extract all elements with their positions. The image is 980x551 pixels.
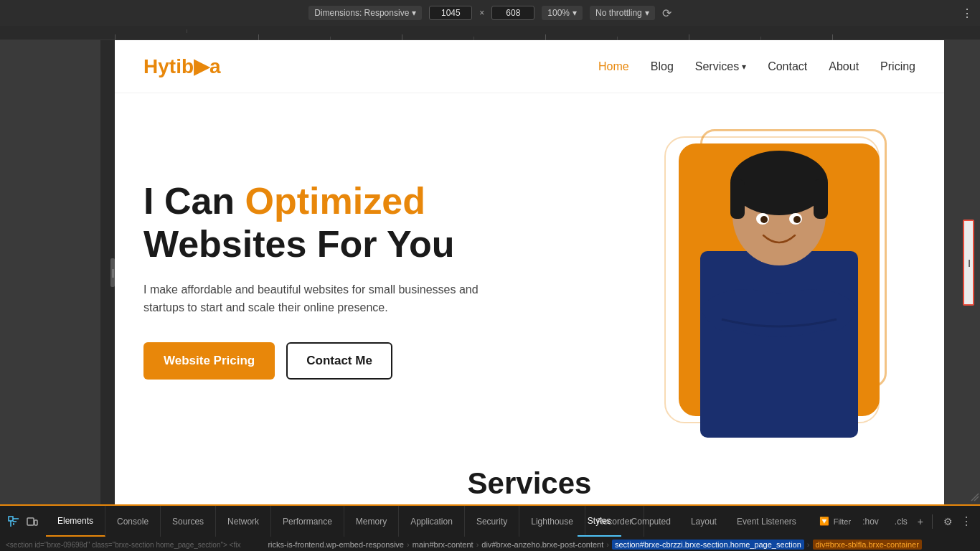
breadcrumb-sep-1: › xyxy=(407,540,410,549)
hero-buttons: Website Pricing Contact Me xyxy=(143,342,502,380)
devtools-more-icon[interactable]: ⋮ xyxy=(960,515,973,528)
hero-title-part2: Websites For You xyxy=(143,223,454,265)
dom-breadcrumb-bar: <section id="brxe-09698d" class="brxe-se… xyxy=(0,537,980,551)
breadcrumb-root[interactable]: ricks-is-frontend.wp-embed-responsive xyxy=(268,540,404,549)
breadcrumb-sep-4: › xyxy=(807,540,810,549)
zoom-arrow: ▾ xyxy=(573,8,577,18)
throttling-label: No throttling xyxy=(595,8,642,18)
devtools-right-tab-event-listeners[interactable]: Event Listeners xyxy=(727,506,806,537)
hov-indicator[interactable]: :hov xyxy=(857,517,885,527)
scrollbar-thumb: || xyxy=(968,259,969,267)
element-picker-icon[interactable] xyxy=(7,515,20,528)
devtools-tab-performance[interactable]: Performance xyxy=(271,506,344,537)
cls-indicator[interactable]: .cls xyxy=(890,517,912,527)
services-heading: Services xyxy=(129,466,930,501)
cache-icon[interactable]: ⟳ xyxy=(662,6,672,20)
throttling-arrow: ▾ xyxy=(645,8,649,18)
nav-links: Home Blog Services ▾ Contact About xyxy=(598,60,915,73)
breadcrumb-main[interactable]: main#brx-content xyxy=(413,540,473,549)
devtools-tab-memory[interactable]: Memory xyxy=(344,506,399,537)
height-input[interactable]: 608 xyxy=(491,6,534,20)
hero-person-image xyxy=(672,129,887,438)
nav-link-services[interactable]: Services xyxy=(695,60,739,73)
svg-rect-5 xyxy=(730,179,745,219)
hero-image-area xyxy=(643,122,915,438)
breadcrumb-div-sblfla[interactable]: div#brxe-sblfla.brxe-container xyxy=(813,540,922,550)
services-dropdown-arrow[interactable]: ▾ xyxy=(742,62,746,72)
throttling-control[interactable]: No throttling ▾ xyxy=(590,6,655,20)
hero-title-part1: I Can xyxy=(143,180,245,222)
svg-point-10 xyxy=(793,216,801,223)
drag-handle-dots: || xyxy=(111,268,114,278)
hero-title: I Can Optimized Websites For You xyxy=(143,180,502,266)
more-menu-icon[interactable]: ⋮ xyxy=(961,6,973,20)
devtools-tab-sources[interactable]: Sources xyxy=(161,506,216,537)
site-navigation: Hytib▶a Home Blog Services ▾ Contact xyxy=(115,40,944,93)
devtools-tab-console[interactable]: Console xyxy=(105,506,161,537)
devtools-right-tab-computed[interactable]: Computed xyxy=(621,506,681,537)
hero-text-block: I Can Optimized Websites For You I make … xyxy=(143,180,502,380)
devtools-tab-application[interactable]: Application xyxy=(399,506,465,537)
left-gutter: || xyxy=(0,40,115,504)
nav-item-contact[interactable]: Contact xyxy=(768,60,807,73)
nav-item-services[interactable]: Services ▾ xyxy=(695,60,746,73)
nav-link-home[interactable]: Home xyxy=(598,60,629,72)
add-style-icon[interactable]: + xyxy=(918,516,923,527)
devtools-right-tab-styles[interactable]: Styles xyxy=(578,506,621,537)
devtools-tab-network[interactable]: Network xyxy=(216,506,271,537)
hero-title-highlight: Optimized xyxy=(245,180,425,222)
breadcrumb-sep-3: › xyxy=(606,540,609,549)
main-viewport-area: || Hytib▶a Home Blog Services ▾ xyxy=(0,40,980,504)
dimensions-dropdown-arrow: ▾ xyxy=(412,8,416,18)
breadcrumb-sep-2: › xyxy=(476,540,479,549)
logo-h: H xyxy=(143,55,158,77)
dom-snippet-line1: <section id="brxe-09698d" class="brxe-se… xyxy=(6,541,240,549)
svg-rect-6 xyxy=(814,179,828,219)
devtools-tabs: Elements Console Sources Network Perform… xyxy=(46,506,644,537)
devtools-tab-lighthouse[interactable]: Lighthouse xyxy=(519,506,585,537)
nav-link-blog[interactable]: Blog xyxy=(651,60,674,72)
nav-link-contact[interactable]: Contact xyxy=(768,60,807,72)
contact-me-button[interactable]: Contact Me xyxy=(286,342,392,380)
website-preview[interactable]: Hytib▶a Home Blog Services ▾ Contact xyxy=(115,40,944,504)
devtools-right-tabs: Styles Computed Layout Event Listeners xyxy=(578,506,806,537)
svg-rect-13 xyxy=(9,517,13,521)
width-input[interactable]: 1045 xyxy=(429,6,472,20)
nav-item-blog[interactable]: Blog xyxy=(651,60,674,73)
breadcrumb-section-cbrzzi[interactable]: section#brxe-cbrzzi.brxe-section.home_pa… xyxy=(612,540,804,550)
dimensions-label: Dimensions: Responsive xyxy=(314,8,409,18)
devtools-tabs-bar: Elements Console Sources Network Perform… xyxy=(0,504,980,537)
scrollbar-indicator[interactable]: || xyxy=(963,220,974,306)
svg-rect-18 xyxy=(27,518,34,525)
device-toggle-icon[interactable] xyxy=(26,515,39,528)
nav-link-pricing[interactable]: Pricing xyxy=(880,60,915,72)
devtools-right-tab-layout[interactable]: Layout xyxy=(681,506,727,537)
resize-handle-icon[interactable] xyxy=(970,492,980,504)
nav-item-about[interactable]: About xyxy=(829,60,859,73)
zoom-control[interactable]: 100% ▾ xyxy=(542,6,583,20)
browser-toolbar: Dimensions: Responsive ▾ 1045 × 608 100%… xyxy=(0,0,980,26)
horizontal-ruler xyxy=(0,26,980,40)
left-resize-handle[interactable]: || xyxy=(110,258,115,287)
nav-item-pricing[interactable]: Pricing xyxy=(880,60,915,73)
dimension-separator: × xyxy=(479,8,484,18)
breadcrumb-div-anzeho[interactable]: div#brxe-anzeho.brxe-post-content xyxy=(481,540,603,549)
logo-a: a xyxy=(209,55,221,77)
nav-link-about[interactable]: About xyxy=(829,60,859,72)
services-section: Services xyxy=(115,452,944,504)
site-logo[interactable]: Hytib▶a xyxy=(143,55,221,78)
devtools-left-icons xyxy=(0,515,46,528)
right-gutter: || xyxy=(944,40,980,504)
devtools-tab-elements[interactable]: Elements xyxy=(46,506,105,537)
svg-rect-19 xyxy=(34,520,37,525)
person-svg xyxy=(679,136,880,438)
filter-icon: 🔽 xyxy=(819,517,829,526)
devtools-settings-icon[interactable]: ⚙ xyxy=(941,515,954,528)
zoom-label: 100% xyxy=(547,8,570,18)
website-pricing-button[interactable]: Website Pricing xyxy=(143,342,275,380)
hero-section: I Can Optimized Websites For You I make … xyxy=(115,93,944,452)
nav-item-home[interactable]: Home xyxy=(598,60,629,73)
dimensions-control[interactable]: Dimensions: Responsive ▾ xyxy=(308,6,422,20)
devtools-tab-security[interactable]: Security xyxy=(465,506,519,537)
svg-rect-1 xyxy=(700,251,858,438)
